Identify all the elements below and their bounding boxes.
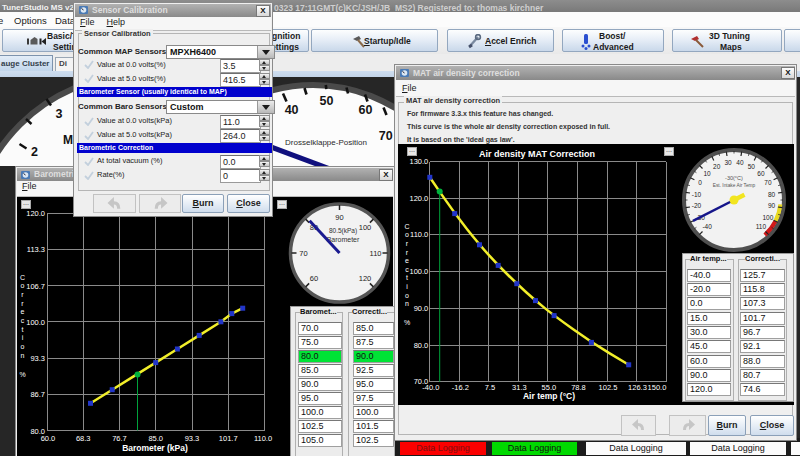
svg-text:Est. Intake Air Temp: Est. Intake Air Temp: [713, 183, 756, 188]
svg-text:113.3: 113.3: [27, 245, 45, 254]
svg-text:120.0: 120.0: [26, 209, 45, 218]
svg-text:0: 0: [698, 179, 702, 186]
svg-text:i: i: [406, 283, 408, 290]
svg-text:80.0: 80.0: [414, 341, 429, 350]
svg-text:n: n: [21, 352, 25, 359]
svg-text:120.0: 120.0: [410, 194, 429, 203]
svg-text:%: %: [404, 319, 410, 326]
svg-text:126.3: 126.3: [628, 383, 647, 392]
svg-text:%: %: [19, 371, 25, 378]
svg-text:t: t: [22, 326, 24, 333]
svg-text:110.0: 110.0: [410, 230, 428, 239]
svg-text:93.3: 93.3: [30, 354, 45, 363]
svg-text:90: 90: [335, 213, 343, 222]
svg-text:80: 80: [768, 191, 776, 198]
svg-text:o: o: [405, 292, 409, 299]
svg-text:7.5: 7.5: [485, 383, 495, 392]
svg-text:M: M: [63, 133, 73, 147]
svg-text:30: 30: [724, 159, 732, 166]
svg-text:Air temp (°C): Air temp (°C): [523, 391, 575, 401]
svg-text:C: C: [20, 274, 25, 281]
svg-text:c: c: [405, 266, 409, 273]
svg-text:50: 50: [320, 94, 334, 108]
svg-text:100: 100: [762, 214, 773, 221]
svg-text:r: r: [406, 249, 409, 256]
svg-text:70: 70: [379, 129, 393, 143]
svg-text:86.7: 86.7: [30, 390, 45, 399]
svg-text:Air density MAT Correction: Air density MAT Correction: [479, 149, 595, 159]
svg-text:70: 70: [764, 179, 772, 186]
svg-text:-40: -40: [702, 223, 712, 230]
svg-text:i: i: [22, 334, 24, 341]
svg-text:100.0: 100.0: [26, 318, 45, 327]
svg-text:106.7: 106.7: [26, 282, 45, 291]
svg-text:C: C: [404, 223, 409, 230]
svg-text:Barometer: Barometer: [327, 236, 360, 243]
svg-text:80.5(kPa): 80.5(kPa): [329, 227, 357, 235]
svg-text:150.0: 150.0: [648, 383, 667, 392]
svg-text:68.3: 68.3: [76, 434, 91, 443]
svg-text:c: c: [21, 317, 25, 324]
svg-text:100: 100: [359, 223, 372, 232]
svg-text:-30(°C): -30(°C): [725, 175, 743, 181]
svg-text:-20: -20: [692, 202, 702, 209]
svg-text:101.7: 101.7: [219, 434, 238, 443]
svg-text:50: 50: [748, 163, 756, 170]
svg-text:40: 40: [285, 103, 299, 117]
svg-text:o: o: [21, 282, 25, 289]
svg-text:-10: -10: [692, 191, 702, 198]
svg-text:Barometer (kPa): Barometer (kPa): [122, 443, 188, 453]
svg-text:r: r: [21, 291, 24, 298]
svg-text:90.0: 90.0: [414, 304, 429, 313]
svg-text:60: 60: [310, 274, 318, 283]
svg-text:10: 10: [703, 170, 711, 177]
svg-text:n: n: [405, 300, 409, 307]
svg-text:-40.0: -40.0: [422, 383, 439, 392]
svg-text:102.5: 102.5: [599, 383, 618, 392]
svg-text:r: r: [21, 300, 24, 307]
svg-text:60.0: 60.0: [41, 434, 56, 443]
svg-text:100.0: 100.0: [410, 267, 429, 276]
svg-text:r: r: [406, 240, 409, 247]
svg-text:20: 20: [713, 163, 721, 170]
svg-text:110.0: 110.0: [254, 434, 272, 443]
svg-text:e: e: [405, 257, 409, 264]
svg-text:o: o: [405, 231, 409, 238]
svg-text:60: 60: [757, 170, 765, 177]
svg-text:120: 120: [359, 274, 372, 283]
svg-text:70: 70: [299, 249, 307, 258]
svg-text:-16.2: -16.2: [452, 383, 469, 392]
svg-text:3: 3: [56, 107, 63, 121]
svg-text:e: e: [21, 308, 25, 315]
svg-text:Drosselklappe-Position: Drosselklappe-Position: [285, 138, 367, 147]
svg-text:110: 110: [370, 249, 382, 258]
svg-text:60: 60: [359, 103, 373, 117]
svg-text:2: 2: [31, 145, 38, 159]
svg-text:90: 90: [768, 202, 776, 209]
svg-text:o: o: [21, 343, 25, 350]
svg-text:130.0: 130.0: [410, 157, 429, 166]
svg-text:110: 110: [756, 223, 767, 230]
svg-text:40: 40: [736, 159, 744, 166]
svg-text:t: t: [406, 274, 408, 281]
